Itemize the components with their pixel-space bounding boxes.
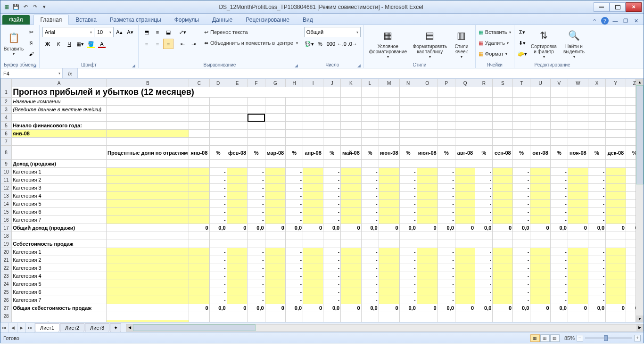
cell[interactable]: Категория 5 <box>12 280 107 288</box>
cell[interactable] <box>438 312 455 320</box>
cell[interactable] <box>248 114 265 122</box>
row-header[interactable]: 11 <box>1 176 12 184</box>
sheet-title[interactable]: Прогноз прибылей и убытков (12 месяцев) <box>12 87 303 98</box>
cell[interactable]: - <box>285 200 303 208</box>
cell[interactable] <box>303 216 323 224</box>
cell[interactable]: 0 <box>530 320 550 323</box>
cell[interactable] <box>265 248 285 256</box>
cell[interactable]: 0 <box>341 320 361 323</box>
cell[interactable] <box>417 87 438 98</box>
cell[interactable] <box>568 296 588 304</box>
cell[interactable]: 0 <box>341 224 361 232</box>
cell[interactable]: - <box>438 248 455 256</box>
cell[interactable] <box>455 98 475 106</box>
cell[interactable] <box>606 98 626 106</box>
cell[interactable] <box>265 208 285 216</box>
cell[interactable] <box>530 312 550 320</box>
cell[interactable] <box>361 114 379 122</box>
cell[interactable] <box>493 272 513 280</box>
cell[interactable] <box>361 138 379 146</box>
cell[interactable]: - <box>513 176 530 184</box>
cell[interactable]: 0,0 <box>475 224 493 232</box>
cell[interactable] <box>568 312 588 320</box>
cell[interactable]: Категория 1 <box>12 248 107 256</box>
cell[interactable]: Категория 3 <box>12 184 107 192</box>
row-header[interactable]: 25 <box>1 288 12 296</box>
cell[interactable] <box>303 232 323 240</box>
cell[interactable]: - <box>285 296 303 304</box>
cell[interactable]: - <box>399 176 417 184</box>
cell[interactable] <box>455 232 475 240</box>
cell[interactable] <box>265 106 285 114</box>
cell[interactable]: - <box>361 248 379 256</box>
cell[interactable] <box>475 138 493 146</box>
cell[interactable]: 0 <box>227 224 248 232</box>
cell[interactable] <box>530 130 550 138</box>
cell[interactable] <box>493 296 513 304</box>
cell[interactable]: - <box>399 208 417 216</box>
cell[interactable] <box>379 130 399 138</box>
cell[interactable]: - <box>209 280 227 288</box>
cell[interactable] <box>209 98 227 106</box>
cell[interactable]: - <box>361 256 379 264</box>
cell[interactable]: - <box>513 272 530 280</box>
cell[interactable] <box>475 240 493 248</box>
copy-button[interactable]: ⎘ <box>26 38 36 48</box>
cell[interactable]: - <box>475 272 493 280</box>
cell[interactable]: - <box>248 264 265 272</box>
cell[interactable]: Валовая прибыль <box>12 320 107 323</box>
cell[interactable] <box>189 106 209 114</box>
cell[interactable] <box>303 312 323 320</box>
cell[interactable]: - <box>209 168 227 176</box>
cell[interactable]: Доход (продажи) <box>12 160 107 168</box>
decrease-indent-button[interactable]: ⇤ <box>177 39 188 49</box>
cell[interactable]: - <box>550 272 568 280</box>
cell[interactable]: - <box>399 184 417 192</box>
vscroll-thumb[interactable] <box>636 85 644 184</box>
cell[interactable] <box>417 272 438 280</box>
cell[interactable] <box>568 288 588 296</box>
cell[interactable]: - <box>513 296 530 304</box>
cell[interactable] <box>475 98 493 106</box>
cell[interactable]: Категория 6 <box>12 208 107 216</box>
cell[interactable] <box>455 264 475 272</box>
cell[interactable] <box>107 312 189 320</box>
cell[interactable] <box>361 232 379 240</box>
cell[interactable] <box>606 288 626 296</box>
cell[interactable]: % <box>513 146 530 160</box>
mdi-min-icon[interactable]: — <box>611 17 619 25</box>
cell[interactable] <box>189 240 209 248</box>
cell[interactable]: 0 <box>530 224 550 232</box>
cell[interactable] <box>227 138 248 146</box>
cell[interactable] <box>107 216 189 224</box>
cell[interactable] <box>285 160 303 168</box>
cell[interactable] <box>379 272 399 280</box>
cell[interactable] <box>606 184 626 192</box>
cell[interactable] <box>265 122 285 130</box>
minimize-button[interactable] <box>594 2 610 12</box>
cell[interactable]: % <box>438 146 455 160</box>
cell[interactable] <box>303 288 323 296</box>
cell[interactable]: - <box>209 192 227 200</box>
cell[interactable]: - <box>285 288 303 296</box>
cell[interactable] <box>107 248 189 256</box>
qat-customize-icon[interactable]: ▾ <box>40 3 49 11</box>
cell[interactable] <box>417 192 438 200</box>
cell[interactable] <box>399 240 417 248</box>
formula-input[interactable] <box>78 68 644 78</box>
insert-cells-button[interactable]: ▦Вставить▾ <box>479 27 511 37</box>
cell[interactable]: - <box>475 288 493 296</box>
cell[interactable] <box>568 200 588 208</box>
cell[interactable] <box>248 160 265 168</box>
cell[interactable] <box>227 288 248 296</box>
cell[interactable] <box>341 98 361 106</box>
cell[interactable] <box>303 98 323 106</box>
cell[interactable]: - <box>248 288 265 296</box>
cell[interactable]: - <box>209 200 227 208</box>
vertical-scrollbar[interactable]: ▲ ▼ <box>636 79 644 322</box>
cell[interactable] <box>227 216 248 224</box>
cell[interactable]: - <box>361 272 379 280</box>
cell[interactable]: - <box>248 280 265 288</box>
tab-data[interactable]: Данные <box>206 15 239 25</box>
cell[interactable]: - <box>323 256 341 264</box>
